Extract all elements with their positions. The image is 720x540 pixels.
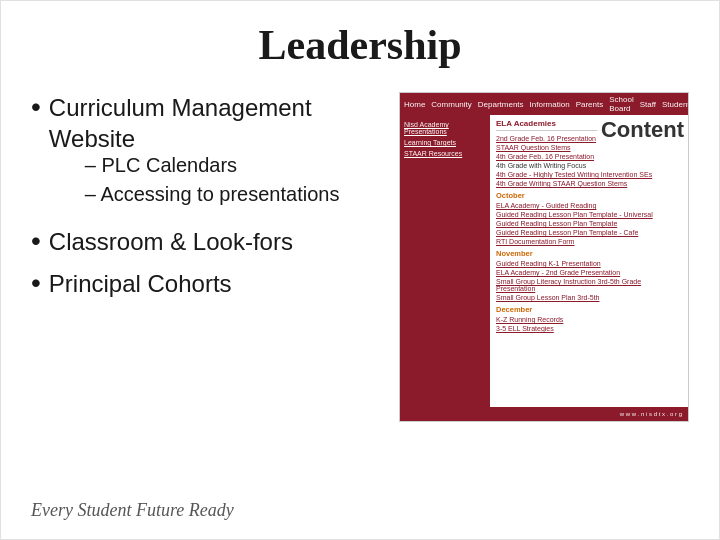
content-link-6[interactable]: 4th Grade Writing STAAR Question Stems [496,180,682,187]
panel-body: Nisd Academy Presentations Learning Targ… [400,115,688,421]
nav-departments[interactable]: Departments [478,100,524,109]
october-link-3[interactable]: Guided Reading Lesson Plan Template [496,220,682,227]
content-link-2[interactable]: STAAR Question Stems [496,144,682,151]
nav-parents[interactable]: Parents [576,100,604,109]
october-link-2[interactable]: Guided Reading Lesson Plan Template - Un… [496,211,682,218]
bullet-item-2: • Classroom & Look-fors [31,226,379,257]
sidebar-link-3[interactable]: STAAR Resources [404,150,486,157]
nav-community[interactable]: Community [431,100,471,109]
section-october: October [496,191,682,200]
left-content: • Curriculum Management Website – PLC Ca… [31,87,379,309]
bottom-bar: w w w . n i s d t x . o r g [400,407,688,421]
october-link-4[interactable]: Guided Reading Lesson Plan Template - Ca… [496,229,682,236]
panel-main: ELA Academies 2nd Grade Feb. 16 Presenta… [490,115,688,421]
sidebar-link-1[interactable]: Nisd Academy Presentations [404,121,486,135]
nav-students[interactable]: Students [662,100,689,109]
november-link-3[interactable]: Small Group Literacy Instruction 3rd-5th… [496,278,682,292]
bullet-dot-2: • [31,226,41,257]
sub-bullets-1: – PLC Calendars – Accessing to presentat… [79,154,379,206]
sub-item-1-1: – PLC Calendars [79,154,379,177]
page-title: Leadership [31,21,689,69]
panel-main-title: ELA Academies [496,119,682,131]
content-link-1[interactable]: 2nd Grade Feb. 16 Presentation [496,135,682,142]
section-november: November [496,249,682,258]
november-link-1[interactable]: Guided Reading K-1 Presentation [496,260,682,267]
slide: Leadership • Curriculum Management Websi… [0,0,720,540]
bullet-text-2: Classroom & Look-fors [49,226,293,257]
content-area: • Curriculum Management Website – PLC Ca… [31,87,689,422]
footer-text: Every Student Future Ready [31,500,234,521]
sub-text-1-1: – PLC Calendars [85,154,237,177]
nav-home[interactable]: Home [404,100,425,109]
sub-item-1-2: – Accessing to presentations [79,183,379,206]
nav-schoolboard[interactable]: School Board [609,95,633,113]
screenshot-panel: Home Community Departments Information P… [399,92,689,422]
panel-sidebar: Nisd Academy Presentations Learning Targ… [400,115,490,421]
bullet-item-3: • Principal Cohorts [31,268,379,299]
bullet-text-1: Curriculum Management Website [49,94,312,152]
october-link-5[interactable]: RTI Documentation Form [496,238,682,245]
nav-staff[interactable]: Staff [640,100,656,109]
nav-information[interactable]: Information [530,100,570,109]
website-url: w w w . n i s d t x . o r g [620,411,682,417]
content-link-5[interactable]: 4th Grade - Highly Tested Writing Interv… [496,171,682,178]
content-link-3[interactable]: 4th Grade Feb. 16 Presentation [496,153,682,160]
sub-text-1-2: – Accessing to presentations [85,183,340,206]
december-link-1[interactable]: K-Z Running Records [496,316,682,323]
december-link-2[interactable]: 3-5 ELL Strategies [496,325,682,332]
november-link-2[interactable]: ELA Academy - 2nd Grade Presentation [496,269,682,276]
bullet-dot-1: • [31,92,41,123]
section-december: December [496,305,682,314]
bullet-dot-3: • [31,268,41,299]
bullet-text-3: Principal Cohorts [49,268,232,299]
october-link-1[interactable]: ELA Academy - Guided Reading [496,202,682,209]
sidebar-link-2[interactable]: Learning Targets [404,139,486,146]
content-link-4[interactable]: 4th Grade with Writing Focus [496,162,682,169]
bullet-item-1: • Curriculum Management Website – PLC Ca… [31,92,379,216]
november-link-4[interactable]: Small Group Lesson Plan 3rd-5th [496,294,682,301]
nav-bar: Home Community Departments Information P… [400,93,688,115]
